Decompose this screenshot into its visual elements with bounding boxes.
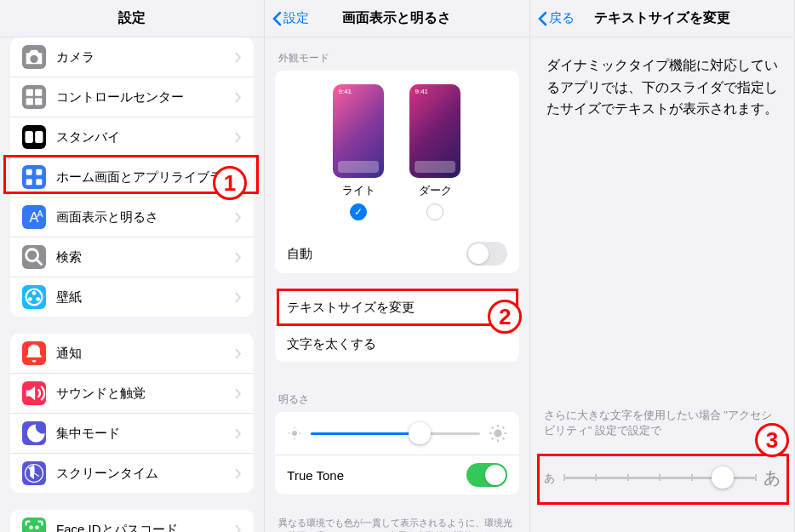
- wallpaper-icon: [22, 285, 46, 309]
- search-icon: [22, 245, 46, 269]
- svg-rect-4: [26, 131, 33, 143]
- page-title: 設定: [118, 9, 146, 27]
- row-label: 検索: [56, 249, 235, 266]
- description-text: ダイナミックタイプ機能に対応しているアプリでは、下のスライダで指定したサイズでテ…: [530, 37, 794, 137]
- home-icon: [22, 165, 46, 189]
- settings-row-notif[interactable]: 通知: [10, 334, 254, 374]
- svg-rect-9: [36, 179, 42, 185]
- standby-icon: [22, 125, 46, 149]
- chevron-icon: [235, 252, 242, 263]
- slider-thumb[interactable]: [409, 422, 431, 444]
- text-size-row[interactable]: テキストサイズを変更: [275, 290, 518, 326]
- control-icon: [22, 85, 46, 109]
- sun-small-icon: [287, 426, 302, 441]
- row-label: 画面表示と明るさ: [56, 209, 235, 226]
- svg-line-31: [502, 438, 504, 440]
- settings-row-faceid[interactable]: Face IDとパスコード: [10, 510, 254, 532]
- settings-row-standby[interactable]: スタンバイ: [10, 117, 254, 157]
- page-title: 画面表示と明るさ: [342, 9, 451, 27]
- brightness-slider[interactable]: [275, 412, 518, 455]
- light-label: ライト: [333, 183, 384, 198]
- chevron-icon: [235, 524, 242, 533]
- svg-point-19: [36, 527, 37, 529]
- appearance-label: 外観モード: [265, 37, 529, 71]
- back-button[interactable]: 設定: [272, 10, 309, 26]
- chevron-icon: [235, 292, 242, 303]
- settings-row-brightness[interactable]: AA画面表示と明るさ: [10, 197, 254, 237]
- auto-row[interactable]: 自動: [275, 234, 518, 273]
- camera-icon: [22, 45, 46, 69]
- brightness-label: 明るさ: [265, 379, 529, 412]
- settings-row-camera[interactable]: カメラ: [10, 37, 254, 77]
- bold-text-row[interactable]: 文字を太くする: [275, 326, 518, 362]
- notif-icon: [22, 341, 46, 365]
- chevron-icon: [235, 132, 242, 143]
- settings-row-control[interactable]: コントロールセンター: [10, 77, 254, 117]
- light-radio[interactable]: [350, 203, 367, 220]
- chevron-icon: [235, 468, 242, 479]
- row-label: 集中モード: [56, 426, 235, 442]
- text-size-label: テキストサイズを変更: [287, 300, 500, 316]
- settings-row-screentime[interactable]: スクリーンタイム: [10, 454, 254, 493]
- dark-radio[interactable]: [426, 203, 443, 220]
- dark-mode-option[interactable]: ダーク: [409, 84, 460, 220]
- display-brightness-panel: 設定 画面表示と明るさ 外観モード ライト ダーク 自動 テキストサイズを変更 …: [265, 0, 529, 532]
- row-label: スクリーンタイム: [56, 466, 235, 482]
- big-a-icon: あ: [764, 466, 781, 489]
- focus-icon: [22, 421, 46, 445]
- header: 設定 画面表示と明るさ: [265, 0, 529, 37]
- true-tone-toggle[interactable]: [466, 463, 507, 487]
- svg-rect-8: [26, 179, 32, 185]
- svg-point-16: [28, 297, 32, 301]
- svg-point-20: [292, 431, 297, 436]
- chevron-icon: [235, 92, 242, 103]
- svg-rect-3: [35, 98, 42, 105]
- svg-rect-7: [36, 169, 42, 175]
- row-label: コントロールセンター: [56, 89, 235, 106]
- settings-row-sound[interactable]: サウンドと触覚: [10, 374, 254, 414]
- svg-point-17: [36, 297, 40, 301]
- settings-row-wallpaper[interactable]: 壁紙: [10, 277, 254, 317]
- sound-icon: [22, 381, 46, 405]
- svg-point-25: [494, 429, 501, 437]
- sun-large-icon: [489, 424, 507, 443]
- true-tone-label: True Tone: [287, 468, 466, 483]
- header: 設定: [0, 0, 264, 37]
- row-label: 通知: [56, 346, 235, 362]
- chevron-icon: [235, 388, 242, 399]
- small-a-icon: あ: [544, 471, 555, 486]
- svg-line-32: [491, 438, 493, 440]
- true-tone-row[interactable]: True Tone: [275, 455, 518, 495]
- chevron-icon: [235, 428, 242, 439]
- back-button[interactable]: 戻る: [537, 10, 575, 26]
- svg-line-13: [37, 260, 43, 266]
- brightness-icon: AA: [22, 205, 46, 229]
- page-title: テキストサイズを変更: [594, 9, 730, 27]
- chevron-icon: [235, 212, 242, 223]
- header: 戻る テキストサイズを変更: [530, 0, 794, 37]
- chevron-icon: [235, 348, 242, 359]
- text-size-slider[interactable]: あ あ: [544, 466, 781, 489]
- row-label: スタンバイ: [56, 129, 235, 146]
- row-label: Face IDとパスコード: [56, 522, 235, 533]
- faceid-icon: [22, 518, 46, 532]
- true-tone-desc: 異なる環境でも色が一貫して表示されるように、環境光の状況に応じて iPhone …: [265, 512, 529, 532]
- bold-label: 文字を太くする: [287, 336, 506, 352]
- settings-row-focus[interactable]: 集中モード: [10, 414, 254, 454]
- back-label: 設定: [283, 10, 309, 26]
- appearance-row: ライト ダーク: [275, 71, 518, 234]
- svg-line-30: [491, 427, 493, 429]
- settings-panel: 設定 カメラコントロールセンタースタンバイホーム画面とアプリライブラリAA画面表…: [0, 0, 265, 532]
- step-thumb[interactable]: [712, 466, 734, 489]
- light-mode-option[interactable]: ライト: [333, 84, 384, 220]
- svg-rect-0: [26, 89, 33, 96]
- step-track[interactable]: [563, 477, 755, 479]
- auto-toggle[interactable]: [466, 242, 507, 266]
- svg-rect-2: [26, 98, 33, 105]
- hint-text: さらに大きな文字を使用したい場合 "アクセシビリティ" 設定で設定で: [544, 408, 781, 438]
- svg-point-12: [26, 249, 38, 261]
- chevron-icon: [235, 52, 242, 63]
- slider-track[interactable]: [311, 432, 479, 435]
- auto-label: 自動: [287, 246, 466, 262]
- settings-row-search[interactable]: 検索: [10, 237, 254, 277]
